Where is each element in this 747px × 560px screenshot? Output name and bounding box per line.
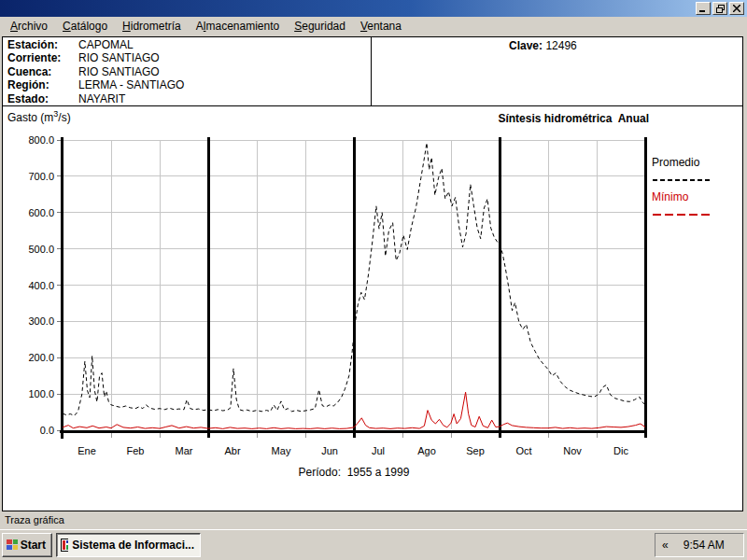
status-text: Traza gráfica <box>5 514 64 525</box>
legend-line-sample <box>652 177 712 183</box>
svg-text:600.0: 600.0 <box>28 207 54 218</box>
chart-legend: PromedioMínimo <box>652 156 712 225</box>
clave-value: 12496 <box>545 39 576 52</box>
svg-text:May: May <box>272 445 291 456</box>
legend-label: Mínimo <box>652 190 712 203</box>
svg-text:Oct: Oct <box>515 445 531 456</box>
legend-item-promedio: Promedio <box>652 156 712 187</box>
svg-text:0.0: 0.0 <box>40 425 54 436</box>
chart-tick-labels: 0.0100.0200.0300.0400.0500.0600.0700.080… <box>28 134 628 456</box>
svg-text:Abr: Abr <box>224 445 240 456</box>
chart-ticks <box>57 140 597 438</box>
svg-text:Sep: Sep <box>466 445 485 456</box>
svg-text:Feb: Feb <box>127 445 145 456</box>
taskbar: Start Sistema de Informaci... « 9:54 AM <box>0 529 747 560</box>
svg-text:700.0: 700.0 <box>28 171 54 182</box>
clave-label: Clave: <box>509 39 543 52</box>
app-icon <box>61 539 68 552</box>
legend-item-minimo: Mínimo <box>652 190 712 221</box>
task-label: Sistema de Informaci... <box>72 539 194 552</box>
station-key: Clave: 12496 <box>509 39 577 52</box>
svg-text:Dic: Dic <box>613 445 628 456</box>
svg-text:200.0: 200.0 <box>28 352 54 363</box>
start-button[interactable]: Start <box>2 533 52 557</box>
svg-text:100.0: 100.0 <box>28 388 54 399</box>
svg-text:400.0: 400.0 <box>28 280 54 291</box>
svg-text:500.0: 500.0 <box>28 244 54 255</box>
svg-text:Ene: Ene <box>78 445 96 456</box>
svg-text:300.0: 300.0 <box>28 315 54 327</box>
svg-text:Jul: Jul <box>372 445 385 456</box>
svg-text:Ago: Ago <box>417 445 436 456</box>
chart-title: Síntesis hidrométrica Anual <box>498 112 649 125</box>
system-tray: « 9:54 AM <box>655 533 744 557</box>
windows-logo-icon <box>6 539 18 552</box>
status-bar: Traza gráfica <box>0 511 747 529</box>
legend-line-sample <box>652 212 712 217</box>
svg-text:Jun: Jun <box>321 445 338 456</box>
start-label: Start <box>21 539 46 552</box>
hydrograph-chart: 0.0100.0200.0300.0400.0500.0600.0700.080… <box>0 0 747 523</box>
taskbar-clock[interactable]: 9:54 AM <box>669 539 743 552</box>
legend-label: Promedio <box>652 156 712 169</box>
gasto-axis-label: Gasto (m3/s) <box>7 109 71 124</box>
svg-text:Mar: Mar <box>176 445 193 456</box>
task-button-sias[interactable]: Sistema de Informaci... <box>56 533 201 557</box>
chart-gridlines <box>63 137 645 438</box>
tray-collapse-icon[interactable]: « <box>662 539 669 551</box>
period-caption: Período: 1955 a 1999 <box>63 466 645 479</box>
svg-text:Nov: Nov <box>563 445 582 456</box>
svg-text:800.0: 800.0 <box>28 134 54 146</box>
